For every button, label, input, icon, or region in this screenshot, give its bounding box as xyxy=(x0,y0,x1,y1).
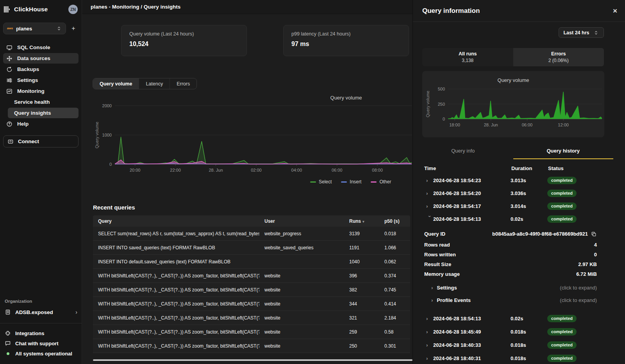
history-row[interactable]: › 2024-06-28 18:54:23 3.013s completed xyxy=(413,174,625,187)
column-header-user[interactable]: User xyxy=(259,218,344,224)
table-row[interactable]: INSERT INTO default.saved_queries (text)… xyxy=(93,255,410,269)
column-header-status: Status xyxy=(548,165,625,171)
svg-text:18:00: 18:00 xyxy=(449,123,460,127)
stat-value: 10,524 xyxy=(129,41,239,48)
query-information-panel: Query information × Last 24 hrs All runs… xyxy=(412,0,625,364)
legend-item-insert[interactable]: Insert xyxy=(341,179,361,185)
legend-item-select[interactable]: Select xyxy=(310,179,332,185)
svg-text:1000: 1000 xyxy=(102,133,112,137)
time-range-select[interactable]: Last 24 hrs xyxy=(559,27,604,38)
duration-cell: 0.018s xyxy=(511,342,547,348)
svg-text:Query volume: Query volume xyxy=(330,95,362,101)
service-name: planes xyxy=(16,26,53,32)
table-row[interactable]: WITH bitShiftLeft(CAST(?..), _CAST(?..))… xyxy=(93,325,410,339)
table-row[interactable]: INSERT INTO saved_queries (text) FORMAT … xyxy=(93,241,410,255)
table-row[interactable]: WITH bitShiftLeft(CAST(?..), _CAST(?..))… xyxy=(93,339,410,353)
status-badge: completed xyxy=(547,215,577,223)
expandable-row-settings[interactable]: › Settings (click to expand) xyxy=(413,281,625,294)
copy-icon[interactable] xyxy=(591,231,597,237)
expandable-row-profile-events[interactable]: › Profile Events (click to expand) xyxy=(413,294,625,306)
sidebar-item-help[interactable]: Help xyxy=(3,119,79,129)
tab-errors[interactable]: Errors xyxy=(170,78,196,89)
time-cell: 2024-06-28 18:54:13 xyxy=(433,216,511,222)
sidebar-item-sql-console[interactable]: SQL Console xyxy=(3,42,79,53)
history-row[interactable]: › 2024-06-28 18:54:13 0.02s completed xyxy=(413,312,625,325)
svg-text:Query volume: Query volume xyxy=(425,91,430,117)
history-row[interactable]: › 2024-06-28 18:40:31 0.018s completed xyxy=(413,352,625,364)
segment-all-runs[interactable]: All runs 3,138 xyxy=(422,48,513,66)
table-row[interactable]: WITH bitShiftLeft(CAST(?..), _CAST(?..))… xyxy=(93,269,410,283)
time-cell: 2024-06-28 18:54:17 xyxy=(433,203,511,209)
history-row[interactable]: › 2024-06-28 18:54:17 3.014s completed xyxy=(413,200,625,213)
query-cell: INSERT INTO saved_queries (text) FORMAT … xyxy=(93,245,259,250)
time-cell: 2024-06-28 18:40:33 xyxy=(433,342,511,348)
table-row[interactable]: WITH bitShiftLeft(CAST(?..), _CAST(?..))… xyxy=(93,297,410,311)
history-row[interactable]: › 2024-06-28 18:45:49 0.018s completed xyxy=(413,325,625,338)
organization-row[interactable]: ADSB.exposed › xyxy=(3,307,79,318)
detail-row: Memory usage 6.72 MiB xyxy=(413,269,625,279)
close-icon[interactable]: × xyxy=(613,7,617,14)
time-cell: 2024-06-28 18:45:49 xyxy=(433,329,511,335)
table-row[interactable]: WITH bitShiftLeft(CAST(?..), _CAST(?..))… xyxy=(93,283,410,297)
sidebar-item-data-sources[interactable]: Data sources xyxy=(3,53,79,64)
app-root: ClickHouse ZN aws planes + SQL Console D… xyxy=(0,0,625,364)
column-header-runs[interactable]: Runs▾ xyxy=(344,218,379,224)
user-cell: website xyxy=(259,301,344,307)
time-cell: 2024-06-28 18:54:13 xyxy=(433,316,511,321)
tab-latency[interactable]: Latency xyxy=(139,78,170,89)
expand-hint: (click to expand) xyxy=(560,297,597,303)
svg-text:08:00: 08:00 xyxy=(372,168,383,172)
connect-button[interactable]: Connect xyxy=(3,135,79,147)
tab-query-info[interactable]: Query info xyxy=(413,144,513,159)
footer-item-label: Integrations xyxy=(15,330,44,336)
tab-query-history[interactable]: Query history xyxy=(513,144,614,159)
panel-chart-svg: 025050018:0028. Jun06:0012:00Query volum… xyxy=(422,71,604,137)
console-icon xyxy=(6,44,12,51)
runs-cell: 250 xyxy=(344,343,379,349)
sidebar-item-query-insights[interactable]: Query insights xyxy=(8,108,79,118)
segment-errors[interactable]: Errors 2 (0.06%) xyxy=(513,48,604,66)
horizontal-scrollbar[interactable] xyxy=(93,359,412,361)
sidebar-item-monitoring[interactable]: Monitoring xyxy=(3,86,79,96)
detail-row: Result Size 2.97 KB xyxy=(413,259,625,269)
backups-icon xyxy=(6,66,12,73)
svg-text:06:00: 06:00 xyxy=(522,123,533,127)
query-cell: WITH bitShiftLeft(CAST(?..), _CAST(?..))… xyxy=(93,329,259,335)
expand-hint: (click to expand) xyxy=(560,285,597,291)
sidebar-item-chat-support[interactable]: Chat with support xyxy=(3,338,79,348)
building-icon xyxy=(5,309,11,315)
status-badge: completed xyxy=(547,190,577,197)
svg-text:250: 250 xyxy=(438,102,445,107)
expandable-label: Settings xyxy=(437,285,457,291)
service-selector[interactable]: aws planes xyxy=(3,23,66,34)
segment-label: Errors xyxy=(551,51,566,57)
runs-cell: 396 xyxy=(344,273,379,279)
legend-item-other[interactable]: Other xyxy=(371,179,391,185)
user-avatar[interactable]: ZN xyxy=(68,5,78,14)
chevron-updown-icon xyxy=(56,26,62,31)
detail-value: 2.97 KB xyxy=(578,261,597,267)
sidebar-item-service-health[interactable]: Service health xyxy=(3,97,79,107)
table-row[interactable]: SELECT sum(read_rows) AS r, sum(total_ro… xyxy=(93,227,410,241)
table-row[interactable]: WITH bitShiftLeft(CAST(?..), _CAST(?..))… xyxy=(93,311,410,325)
detail-label: Memory usage xyxy=(424,271,460,277)
column-header-query[interactable]: Query xyxy=(93,218,259,224)
column-header-p50[interactable]: p50 (s) xyxy=(379,218,410,224)
history-row-expanded[interactable]: › 2024-06-28 18:54:13 0.02s completed xyxy=(413,213,625,226)
system-status-row[interactable]: All systems operational xyxy=(3,348,79,359)
history-row[interactable]: › 2024-06-28 18:40:33 0.018s completed xyxy=(413,338,625,352)
sidebar-item-backups[interactable]: Backups xyxy=(3,64,79,75)
user-cell: website xyxy=(259,315,344,321)
tab-query-volume[interactable]: Query volume xyxy=(93,78,139,89)
status-badge: completed xyxy=(547,315,577,322)
history-row[interactable]: › 2024-06-28 18:54:20 3.036s completed xyxy=(413,187,625,200)
add-service-button[interactable]: + xyxy=(68,23,79,34)
aws-icon: aws xyxy=(7,27,13,30)
legend-label: Insert xyxy=(350,179,361,185)
runs-cell: 382 xyxy=(344,287,379,293)
sidebar-item-integrations[interactable]: Integrations xyxy=(3,328,79,338)
sidebar-item-settings[interactable]: Settings xyxy=(3,75,79,85)
time-cell: 2024-06-28 18:54:23 xyxy=(433,178,511,183)
runs-cell: 1191 xyxy=(344,245,379,250)
sidebar-nav: SQL Console Data sources Backups Setting… xyxy=(3,42,79,129)
